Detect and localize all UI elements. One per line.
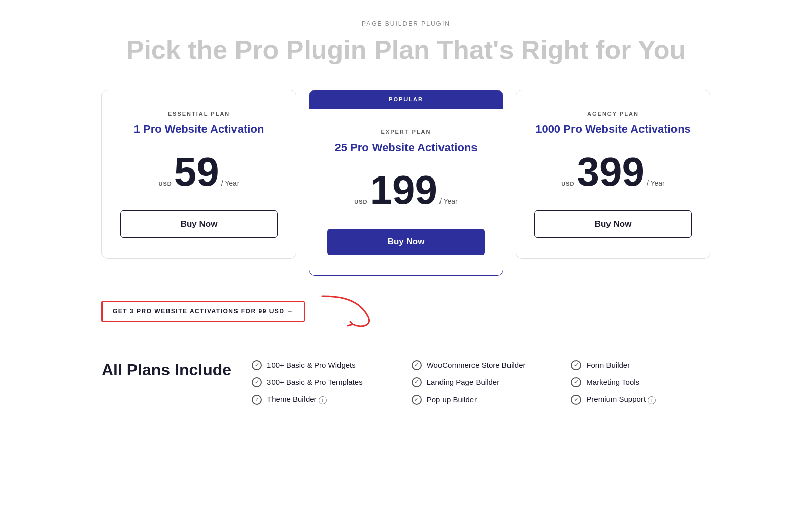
plan-name-essential: ESSENTIAL PLAN [120,111,278,117]
price-block-expert: USD 199 / Year [327,170,485,210]
feature-label: 300+ Basic & Pro Templates [267,378,363,386]
plan-name-expert: EXPERT PLAN [327,129,485,135]
price-period-expert: / Year [439,197,458,205]
card-body-agency: AGENCY PLAN 1000 Pro Website Activations… [516,90,710,237]
feature-label: WooCommerce Store Builder [427,361,526,369]
check-icon: ✓ [252,377,262,387]
promo-arrow-icon [317,291,378,332]
price-amount-essential: 59 [174,152,219,192]
price-amount-agency: 399 [577,152,644,192]
price-block-agency: USD 399 / Year [534,152,692,192]
feature-label: Pop up Builder [427,395,477,404]
feature-item: ✓ Form Builder [571,360,710,370]
feature-item: ✓ Marketing Tools [571,377,710,387]
price-currency-essential: USD [158,181,172,187]
feature-label: Marketing Tools [586,378,639,386]
check-icon: ✓ [412,395,422,405]
info-icon[interactable]: i [648,396,656,404]
price-currency-expert: USD [354,199,367,205]
header-section: PAGE BUILDER PLUGIN Pick the Pro Plugin … [101,20,710,64]
pricing-card-expert: POPULAR EXPERT PLAN 25 Pro Website Activ… [309,90,503,275]
plan-activations-agency: 1000 Pro Website Activations [534,123,692,136]
all-plans-title: All Plans Include [101,360,231,379]
feature-label: Landing Page Builder [427,378,499,386]
check-icon: ✓ [252,360,262,370]
buy-button-expert[interactable]: Buy Now [327,229,485,255]
pricing-card-agency: AGENCY PLAN 1000 Pro Website Activations… [516,90,710,258]
buy-button-agency[interactable]: Buy Now [534,210,692,238]
pricing-card-essential: ESSENTIAL PLAN 1 Pro Website Activation … [101,90,296,258]
price-currency-agency: USD [561,181,574,187]
plan-activations-essential: 1 Pro Website Activation [120,123,278,136]
info-icon[interactable]: i [319,396,327,404]
buy-button-essential[interactable]: Buy Now [120,210,278,238]
features-grid: ✓ 100+ Basic & Pro Widgets ✓ WooCommerce… [252,360,710,405]
eyebrow-text: PAGE BUILDER PLUGIN [101,20,710,27]
feature-item: ✓ Premium Supporti [571,395,710,405]
page-title: Pick the Pro Plugin Plan That's Right fo… [101,36,710,64]
feature-label: Theme Builderi [267,395,327,404]
feature-label: 100+ Basic & Pro Widgets [267,361,356,369]
feature-label: Premium Supporti [586,395,656,404]
page-wrapper: PAGE BUILDER PLUGIN Pick the Pro Plugin … [101,20,710,405]
feature-item: ✓ Theme Builderi [252,395,391,405]
price-block-essential: USD 59 / Year [120,152,278,192]
feature-item: ✓ 100+ Basic & Pro Widgets [252,360,391,370]
check-icon: ✓ [571,360,581,370]
pricing-row: ESSENTIAL PLAN 1 Pro Website Activation … [101,90,710,275]
check-icon: ✓ [571,395,581,405]
promo-banner-row: GET 3 PRO WEBSITE ACTIVATIONS FOR 99 USD… [101,291,710,332]
feature-label: Form Builder [586,361,630,369]
check-icon: ✓ [412,377,422,387]
feature-item: ✓ Landing Page Builder [412,377,551,387]
card-body-expert: EXPERT PLAN 25 Pro Website Activations U… [309,109,503,255]
check-icon: ✓ [571,377,581,387]
promo-banner[interactable]: GET 3 PRO WEBSITE ACTIVATIONS FOR 99 USD… [101,301,305,322]
feature-item: ✓ Pop up Builder [412,395,551,405]
feature-item: ✓ 300+ Basic & Pro Templates [252,377,391,387]
check-icon: ✓ [252,395,262,405]
feature-item: ✓ WooCommerce Store Builder [412,360,551,370]
check-icon: ✓ [412,360,422,370]
all-plans-section: All Plans Include ✓ 100+ Basic & Pro Wid… [101,360,710,405]
plan-activations-expert: 25 Pro Website Activations [327,141,485,154]
popular-badge: POPULAR [309,90,503,109]
price-amount-expert: 199 [369,170,437,210]
promo-label: GET 3 PRO WEBSITE ACTIVATIONS FOR 99 USD… [113,308,294,315]
card-body-essential: ESSENTIAL PLAN 1 Pro Website Activation … [102,90,296,237]
price-period-essential: / Year [221,179,240,187]
plan-name-agency: AGENCY PLAN [534,111,692,117]
price-period-agency: / Year [647,179,665,187]
